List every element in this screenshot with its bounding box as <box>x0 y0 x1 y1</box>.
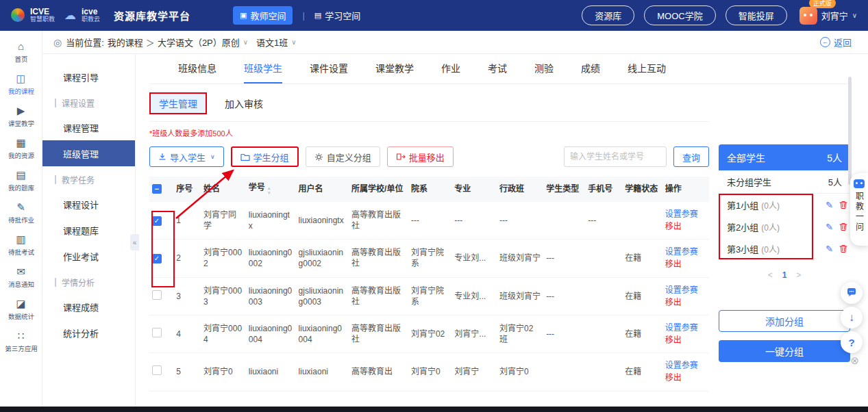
edit-group-icon[interactable]: ✎ <box>826 244 833 253</box>
breadcrumb-class-dropdown[interactable]: 语文1班 <box>256 36 288 49</box>
remove-link[interactable]: 移出 <box>665 259 706 270</box>
tab-online-interaction[interactable]: 线上互动 <box>628 61 666 83</box>
batch-remove-button[interactable]: 批量移出 <box>387 146 454 167</box>
help-float-button[interactable]: ? <box>841 331 863 353</box>
resource-library-button[interactable]: 资源库 <box>582 5 634 25</box>
remove-link[interactable]: 移出 <box>665 221 706 232</box>
rail-item-home[interactable]: ⌂首页 <box>0 36 42 68</box>
student-name-link[interactable]: 刘宵宁0004 <box>201 315 246 352</box>
select-all-checkbox[interactable] <box>152 184 162 194</box>
group-list-item[interactable]: 第3小组 (0人) ✎ <box>719 237 850 259</box>
col-header-student-id[interactable]: 学号▲▼ <box>246 177 296 202</box>
tab-courseware-settings[interactable]: 课件设置 <box>310 61 348 83</box>
sidebar-section-course-settings: 课程设置 <box>42 91 135 114</box>
rail-item-my-courses[interactable]: ◫我的课程 <box>0 68 42 101</box>
user-menu[interactable]: 正式版 刘宵宁 ∨ <box>799 7 857 25</box>
rail-item-classroom-teaching[interactable]: ▶课堂教学 <box>0 101 42 133</box>
remove-link[interactable]: 移出 <box>665 335 706 346</box>
tab-grades[interactable]: 成绩 <box>581 61 600 83</box>
add-group-button[interactable]: 添加分组 <box>719 310 850 332</box>
sidebar-item-course-question-bank[interactable]: 课程题库 <box>42 217 135 243</box>
student-name-link[interactable]: 刘宵宁0 <box>201 353 246 391</box>
tab-exam[interactable]: 考试 <box>488 61 507 83</box>
set-contest-link[interactable]: 设置参赛 <box>665 285 706 296</box>
tab-homework[interactable]: 作业 <box>441 61 460 83</box>
row-checkbox[interactable] <box>152 216 162 226</box>
space-divider: | <box>302 10 304 21</box>
top-bar: ICVE 智慧职教 ☁ icve 职教云 资源库教学平台 ▣ 教师空间 | ▤ … <box>0 0 868 31</box>
edit-group-icon[interactable]: ✎ <box>826 222 833 231</box>
tab-class-students[interactable]: 班级学生 <box>244 61 282 83</box>
custom-group-button[interactable]: 自定义分组 <box>306 146 380 167</box>
sidebar-item-class-management[interactable]: 班级管理 <box>42 140 135 166</box>
row-checkbox[interactable] <box>152 290 162 300</box>
tab-classroom-teaching[interactable]: 课堂教学 <box>375 61 414 83</box>
group-list-item[interactable]: 第1小组 (0人) ✎ <box>719 194 850 216</box>
delete-group-icon[interactable] <box>839 201 847 209</box>
sidebar-item-course-grades[interactable]: 课程成绩 <box>42 294 135 320</box>
rail-item-third-party-apps[interactable]: ∷第三方应用 <box>0 326 42 358</box>
chevron-down-icon[interactable]: ∨ <box>243 38 248 46</box>
subtab-student-management[interactable]: 学生管理 <box>149 92 207 114</box>
student-space-button[interactable]: ▤ 学习空间 <box>314 9 360 22</box>
rail-item-my-resources[interactable]: ▦我的资源 <box>0 133 42 165</box>
row-checkbox[interactable] <box>152 254 162 263</box>
course-sidebar: 课程引导 课程设置 课程管理 班级管理 教学任务 课程设计 课程题库 作业考试 … <box>42 54 136 407</box>
group-name: 第1小组 <box>727 198 758 211</box>
search-input[interactable] <box>564 146 667 167</box>
group-list-item[interactable]: 第2小组 (0人) ✎ <box>719 216 850 237</box>
tab-quiz[interactable]: 测验 <box>534 61 554 83</box>
teacher-space-button[interactable]: ▣ 教师空间 <box>233 6 293 25</box>
ungrouped-students-row[interactable]: 未分组学生 5人 <box>719 170 850 194</box>
row-checkbox[interactable] <box>152 328 162 337</box>
breadcrumb-course-dropdown[interactable]: 大学语文（2P）原创 <box>158 36 240 49</box>
set-contest-link[interactable]: 设置参赛 <box>665 360 706 371</box>
chevron-down-icon[interactable]: ∨ <box>291 38 296 46</box>
chat-float-button[interactable] <box>841 282 863 304</box>
student-name-link[interactable]: 刘宵宁0002 <box>201 240 246 277</box>
pagination-current-page[interactable]: 1 <box>782 270 787 280</box>
mooc-college-button[interactable]: MOOC学院 <box>644 5 715 25</box>
rail-item-pending-exams[interactable]: ▥待批考试 <box>0 229 42 261</box>
cell-student-type: --- <box>543 240 585 277</box>
set-contest-link[interactable]: 设置参赛 <box>665 322 706 333</box>
close-float-icon[interactable]: ⊗ <box>850 355 859 367</box>
sidebar-collapse-handle[interactable]: « <box>130 234 139 250</box>
remove-link[interactable]: 移出 <box>665 372 706 383</box>
sort-icon[interactable]: ▲▼ <box>267 186 271 196</box>
download-float-button[interactable]: ↓ <box>841 307 863 329</box>
assistant-tab[interactable]: 职教一问 <box>850 173 868 246</box>
rail-item-question-bank[interactable]: ▤我的题库 <box>0 165 42 197</box>
rail-item-statistics[interactable]: ◪数据统计 <box>0 294 42 326</box>
subtab-join-review[interactable]: 加入审核 <box>225 96 263 110</box>
sidebar-item-course-design[interactable]: 课程设计 <box>42 191 135 217</box>
edit-group-icon[interactable]: ✎ <box>826 201 833 209</box>
delete-group-icon[interactable] <box>839 222 847 231</box>
student-grouping-button[interactable]: 学生分组 <box>231 146 299 167</box>
set-contest-link[interactable]: 设置参赛 <box>665 246 706 257</box>
back-button[interactable]: ← 返回 <box>820 36 852 49</box>
import-students-button[interactable]: 导入学生 ∨ <box>149 146 224 167</box>
cell-class: --- <box>497 202 543 240</box>
rail-item-pending-homework[interactable]: ✎待批作业 <box>0 197 42 229</box>
remove-link[interactable]: 移出 <box>665 297 706 308</box>
scrollbar-thumb[interactable] <box>848 77 852 185</box>
set-contest-link[interactable]: 设置参赛 <box>665 209 706 220</box>
breadcrumb-my-courses[interactable]: 我的课程 <box>108 36 143 49</box>
rail-item-notifications[interactable]: ✉消息通知 <box>0 261 42 294</box>
sidebar-item-homework-exam[interactable]: 作业考试 <box>42 243 135 269</box>
sidebar-item-statistics-analysis[interactable]: 统计分析 <box>42 320 135 346</box>
smart-cast-button[interactable]: 智能投屏 <box>726 5 787 25</box>
pagination-next[interactable]: > <box>796 270 801 280</box>
auto-group-button[interactable]: 一键分组 <box>719 340 850 362</box>
delete-group-icon[interactable] <box>839 244 847 253</box>
tab-class-info[interactable]: 班级信息 <box>178 61 216 83</box>
sidebar-item-course-guide[interactable]: 课程引导 <box>42 64 135 90</box>
cell-school: 高等教育出版社 <box>349 277 408 315</box>
sidebar-item-course-management[interactable]: 课程管理 <box>42 114 135 140</box>
pagination-prev[interactable]: < <box>768 270 773 280</box>
student-name-link[interactable]: 刘宵宁同学 <box>201 202 246 240</box>
row-checkbox[interactable] <box>152 365 162 375</box>
query-button[interactable]: 查询 <box>673 146 709 167</box>
student-name-link[interactable]: 刘宵宁0003 <box>201 277 246 315</box>
